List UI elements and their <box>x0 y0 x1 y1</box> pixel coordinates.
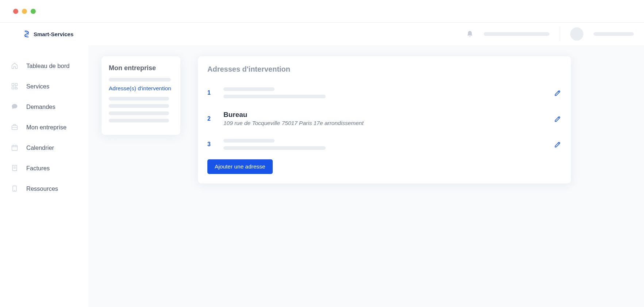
receipt-icon <box>11 164 18 172</box>
address-body <box>223 139 543 150</box>
address-body: Bureau 109 rue de Tocqueville 75017 Pari… <box>223 111 543 126</box>
header-divider <box>560 27 560 41</box>
header-right <box>466 27 634 41</box>
avatar[interactable] <box>570 27 583 41</box>
side-card-placeholder[interactable] <box>109 111 169 115</box>
window-fullscreen-icon[interactable] <box>31 9 36 14</box>
svg-rect-0 <box>12 84 14 86</box>
main-layout: Tableau de bord Services Demandes Mon en… <box>0 45 644 307</box>
sidebar-item-calendrier[interactable]: Calendrier <box>0 137 88 158</box>
address-row: 1 <box>207 82 561 105</box>
address-name-placeholder <box>223 87 275 91</box>
address-name: Bureau <box>223 111 543 119</box>
sidebar-item-ressources[interactable]: Ressources <box>0 178 88 199</box>
device-icon <box>11 185 18 192</box>
address-body <box>223 87 543 98</box>
address-number: 2 <box>207 115 213 122</box>
add-address-button[interactable]: Ajouter une adresse <box>207 159 273 174</box>
window-titlebar <box>0 0 644 23</box>
address-detail-placeholder <box>223 95 326 98</box>
pencil-icon[interactable] <box>553 89 561 97</box>
sidebar-item-label: Factures <box>26 165 50 172</box>
brand-logo[interactable]: Smart-Services <box>23 30 73 38</box>
window-close-icon[interactable] <box>13 9 18 14</box>
side-card-placeholder <box>109 78 171 82</box>
svg-rect-2 <box>12 87 14 89</box>
content-area: Mon entreprise Adresse(s) d'intervention… <box>88 45 644 307</box>
chat-icon <box>11 103 18 110</box>
window-minimize-icon[interactable] <box>22 9 27 14</box>
brand-name: Smart-Services <box>34 31 73 37</box>
sidebar-item-dashboard[interactable]: Tableau de bord <box>0 56 88 76</box>
svg-rect-4 <box>12 145 18 150</box>
calendar-icon <box>11 144 18 151</box>
address-number: 1 <box>207 90 213 96</box>
sidebar-item-label: Ressources <box>26 185 58 192</box>
pencil-icon[interactable] <box>553 140 561 148</box>
sidebar-item-label: Mon entreprise <box>26 124 66 131</box>
header-username-placeholder <box>594 32 634 36</box>
bell-icon[interactable] <box>466 30 474 38</box>
sidebar-item-demandes[interactable]: Demandes <box>0 96 88 117</box>
addresses-card: Adresses d'intervention 1 2 Bureau 109 <box>198 56 571 183</box>
side-card-placeholder[interactable] <box>109 104 169 108</box>
logo-icon <box>23 30 30 38</box>
sidebar-item-factures[interactable]: Factures <box>0 158 88 178</box>
company-side-card: Mon entreprise Adresse(s) d'intervention <box>101 56 180 135</box>
sidebar-nav: Tableau de bord Services Demandes Mon en… <box>0 45 88 307</box>
address-detail-placeholder <box>223 146 326 150</box>
address-detail: 109 rue de Tocqueville 75017 Paris 17e a… <box>223 120 543 126</box>
side-card-placeholder[interactable] <box>109 119 169 122</box>
side-card-title: Mon entreprise <box>109 64 173 72</box>
sidebar-item-label: Demandes <box>26 103 55 110</box>
address-row: 2 Bureau 109 rue de Tocqueville 75017 Pa… <box>207 105 561 133</box>
sidebar-item-label: Calendrier <box>26 144 54 151</box>
sidebar-item-label: Tableau de bord <box>26 62 69 69</box>
addresses-title: Adresses d'intervention <box>207 65 561 73</box>
sidebar-item-label: Services <box>26 83 49 90</box>
app-header: Smart-Services <box>0 23 644 45</box>
address-row: 3 <box>207 133 561 156</box>
address-number: 3 <box>207 141 213 148</box>
side-card-active-item[interactable]: Adresse(s) d'intervention <box>109 85 173 92</box>
header-placeholder-text <box>484 32 549 36</box>
svg-rect-1 <box>15 84 18 86</box>
sidebar-item-services[interactable]: Services <box>0 76 88 96</box>
pencil-icon[interactable] <box>553 115 561 123</box>
sidebar-item-entreprise[interactable]: Mon entreprise <box>0 117 88 137</box>
qr-icon <box>11 83 18 90</box>
briefcase-icon <box>11 124 18 131</box>
address-name-placeholder <box>223 139 275 143</box>
side-card-placeholder[interactable] <box>109 97 169 101</box>
home-icon <box>11 62 18 69</box>
